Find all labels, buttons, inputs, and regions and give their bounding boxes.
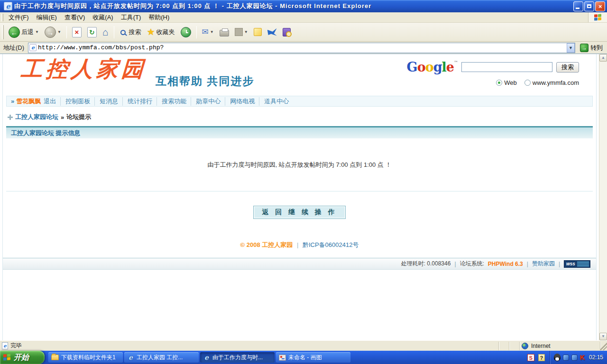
- statusbar: e 完毕 Internet: [0, 340, 607, 351]
- refresh-button[interactable]: ↻: [85, 26, 99, 38]
- sponsor-link[interactable]: 赞助家园: [532, 260, 555, 268]
- scroll-up-button[interactable]: ▲: [599, 54, 607, 62]
- scroll-down-button[interactable]: ▼: [599, 333, 607, 340]
- return-button[interactable]: 返 回 继 续 操 作: [253, 206, 345, 219]
- task-ie-notice-active[interactable]: e 由于工作力度与时...: [200, 352, 275, 363]
- vertical-scrollbar[interactable]: ▲ ▼: [599, 54, 607, 340]
- footer-separator: |: [454, 261, 456, 267]
- nav-username[interactable]: 雪花飘飘: [16, 97, 41, 106]
- footer-separator: |: [527, 261, 528, 267]
- status-text: 完毕: [10, 342, 22, 350]
- phpwind-link[interactable]: PHPWind 6.3: [488, 261, 523, 267]
- back-dropdown-icon: ▼: [35, 30, 39, 34]
- task-folder-window[interactable]: 下载资料临时文件夹1: [48, 352, 123, 363]
- go-label: 转到: [590, 44, 603, 52]
- notes-button[interactable]: [252, 27, 264, 37]
- refresh-icon: ↻: [87, 27, 97, 37]
- edit-button[interactable]: ▼: [233, 27, 250, 37]
- menubar: 文件(F) 编辑(E) 查看(V) 收藏(A) 工具(T) 帮助(H): [0, 12, 607, 23]
- menu-favorites[interactable]: 收藏(A): [89, 12, 117, 23]
- messenger-tray-icon[interactable]: [571, 355, 578, 361]
- radio-site-icon[interactable]: [524, 80, 531, 86]
- kmplayer-tray-icon[interactable]: K: [580, 354, 585, 361]
- radio-site-label: www.ymmfa.com: [533, 79, 579, 86]
- messenger-tray-icon[interactable]: [563, 355, 569, 361]
- ie-icon: e: [203, 354, 210, 361]
- nav-item-medals[interactable]: 勋章中心: [191, 97, 221, 106]
- ie-app-icon: e: [4, 2, 12, 10]
- radio-web-option[interactable]: Web: [496, 79, 517, 86]
- go-button[interactable]: → 转到: [577, 43, 606, 53]
- status-cell: e 完毕: [0, 342, 499, 350]
- sogou-ime-icon[interactable]: S: [527, 354, 534, 361]
- copyright-site-link[interactable]: © 2008 工控人家园: [240, 241, 293, 248]
- favorites-star-icon: ★: [147, 27, 155, 37]
- mail-icon: ✉: [202, 27, 209, 37]
- breadcrumb-forum-link[interactable]: 工控人家园论坛: [15, 113, 58, 121]
- radio-site-option[interactable]: www.ymmfa.com: [524, 79, 579, 86]
- restore-button[interactable]: [584, 1, 594, 11]
- radio-web-icon[interactable]: [496, 80, 502, 86]
- home-button[interactable]: ⌂: [101, 26, 110, 38]
- search-label: 搜索: [129, 28, 141, 36]
- minimize-icon: [576, 8, 579, 9]
- go-arrow-icon: →: [580, 44, 589, 52]
- history-button[interactable]: [179, 26, 193, 38]
- start-button[interactable]: 开始: [0, 351, 45, 364]
- start-label: 开始: [14, 353, 29, 363]
- ime-help-icon[interactable]: ?: [538, 354, 545, 361]
- toolbar-separator: [196, 26, 197, 38]
- mail-dropdown-icon: ▼: [210, 30, 214, 34]
- menu-grip[interactable]: [1, 14, 3, 21]
- search-button[interactable]: 搜索: [118, 27, 143, 37]
- task-ie-forum[interactable]: e 工控人家园 工控...: [124, 352, 199, 363]
- nav-item-control-panel[interactable]: 控制面板: [60, 97, 90, 106]
- google-search-button[interactable]: 搜索: [556, 62, 579, 73]
- forward-button[interactable]: → ▼: [43, 26, 63, 39]
- research-button[interactable]: [281, 27, 293, 37]
- menu-view[interactable]: 查看(V): [61, 12, 89, 23]
- close-button[interactable]: ×: [595, 1, 605, 11]
- nav-item-search[interactable]: 搜索功能: [156, 97, 186, 106]
- history-icon: [181, 27, 191, 37]
- notice-panel: 工控人家园论坛 提示信息 由于工作力度与时间原因, 站点开放发帖时间为 7:00…: [6, 126, 593, 191]
- qq-tray-icon[interactable]: [554, 354, 561, 361]
- wss-stripes-icon: [577, 262, 589, 266]
- address-dropdown-icon[interactable]: ▼: [567, 43, 575, 53]
- wss-badge[interactable]: wss: [564, 260, 590, 268]
- google-search-input[interactable]: [461, 62, 552, 72]
- icp-license-link[interactable]: 黔ICP备06002412号: [303, 241, 359, 248]
- ie-icon: e: [127, 354, 134, 361]
- nav-item-messages[interactable]: 短消息: [94, 97, 118, 106]
- print-icon: [220, 30, 229, 36]
- task-paint[interactable]: 未命名 - 画图: [276, 352, 350, 363]
- stop-button[interactable]: ×: [70, 26, 83, 38]
- minimize-button[interactable]: [573, 1, 583, 11]
- menu-edit[interactable]: 编辑(E): [33, 12, 61, 23]
- mail-button[interactable]: ✉ ▼: [200, 26, 216, 38]
- document-icon: e: [2, 342, 8, 349]
- back-button[interactable]: ← 后退 ▼: [7, 26, 41, 39]
- toolbar-grip[interactable]: [2, 25, 4, 39]
- browser-viewport: 工控人家园 互相帮助 共同进步 Google™ 搜索 Web www.ymmfa…: [0, 54, 607, 340]
- menu-file[interactable]: 文件(F): [5, 12, 33, 23]
- resize-grip[interactable]: [600, 342, 607, 350]
- nav-item-rankings[interactable]: 统计排行: [122, 97, 152, 106]
- print-button[interactable]: [218, 27, 231, 37]
- nav-item-props[interactable]: 道具中心: [259, 97, 289, 106]
- menu-tools[interactable]: 工具(T): [117, 12, 145, 23]
- favorites-label: 收藏夹: [156, 28, 175, 36]
- status-pane: [509, 342, 520, 350]
- notice-message: 由于工作力度与时间原因, 站点开放发帖时间为 7:00 点到 1:00 点 ！: [6, 138, 593, 191]
- nav-item-logout[interactable]: 退出: [44, 97, 56, 106]
- system-tray: K 02:15: [550, 351, 607, 364]
- search-icon: [120, 30, 126, 35]
- forward-icon: →: [45, 27, 56, 38]
- address-input[interactable]: [38, 44, 567, 51]
- flashget-button[interactable]: [266, 27, 279, 37]
- back-icon: ←: [9, 27, 20, 38]
- favorites-button[interactable]: ★ 收藏夹: [145, 26, 177, 38]
- nav-item-web-tv[interactable]: 网络电视: [225, 97, 255, 106]
- menu-help[interactable]: 帮助(H): [145, 12, 173, 23]
- address-input-wrap: e ▼: [28, 43, 575, 53]
